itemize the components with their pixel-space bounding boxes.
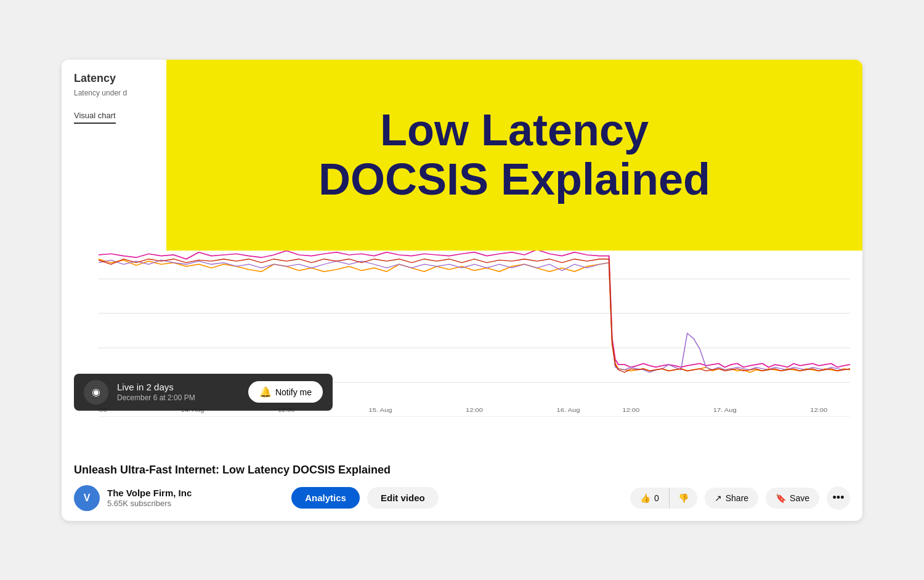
channel-avatar: V bbox=[74, 485, 100, 511]
video-thumbnail: Low Latency DOCSIS Explained bbox=[166, 60, 862, 251]
video-card: Latency Latency under d Visual chart Low… bbox=[62, 60, 862, 521]
svg-text:12:00: 12:00 bbox=[622, 406, 639, 413]
dislike-button[interactable]: 👎 bbox=[670, 488, 697, 509]
chart-left-tab[interactable]: Visual chart bbox=[74, 111, 116, 124]
share-button[interactable]: ↗ Share bbox=[705, 488, 758, 509]
edit-video-button[interactable]: Edit video bbox=[367, 487, 439, 509]
video-container: Latency Latency under d Visual chart Low… bbox=[62, 60, 862, 454]
live-info: Live in 2 days December 6 at 2:00 PM bbox=[117, 382, 240, 402]
live-time: December 6 at 2:00 PM bbox=[117, 393, 240, 402]
analytics-button[interactable]: Analytics bbox=[291, 487, 360, 509]
live-banner: ◉ Live in 2 days December 6 at 2:00 PM 🔔… bbox=[74, 374, 333, 411]
ellipsis-icon: ••• bbox=[833, 491, 845, 504]
live-title: Live in 2 days bbox=[117, 382, 240, 392]
svg-text:16. Aug: 16. Aug bbox=[557, 406, 580, 413]
channel-subscribers: 5.65K subscribers bbox=[107, 499, 284, 508]
svg-text:15. Aug: 15. Aug bbox=[369, 406, 392, 413]
thumbs-up-icon: 👍 bbox=[640, 493, 650, 503]
channel-info: The Volpe Firm, Inc 5.65K subscribers bbox=[107, 488, 284, 508]
channel-row: V The Volpe Firm, Inc 5.65K subscribers … bbox=[74, 485, 850, 521]
video-info: Unleash Ultra-Fast Internet: Low Latency… bbox=[62, 454, 862, 521]
more-options-button[interactable]: ••• bbox=[827, 486, 850, 510]
like-count: 0 bbox=[654, 493, 659, 503]
thumbnail-text: Low Latency DOCSIS Explained bbox=[306, 94, 723, 215]
svg-text:17. Aug: 17. Aug bbox=[713, 406, 737, 413]
chart-left-subtitle: Latency under d bbox=[74, 89, 154, 97]
video-title: Unleash Ultra-Fast Internet: Low Latency… bbox=[74, 464, 850, 477]
svg-text:12:00: 12:00 bbox=[466, 406, 483, 413]
bookmark-icon: 🔖 bbox=[776, 493, 786, 503]
chart-left-panel: Latency Latency under d Visual chart bbox=[62, 60, 166, 251]
chart-left-title: Latency bbox=[74, 72, 154, 85]
svg-text:12:00: 12:00 bbox=[810, 406, 827, 413]
share-icon: ↗ bbox=[715, 493, 722, 503]
like-button[interactable]: 👍 0 bbox=[630, 488, 670, 509]
channel-name[interactable]: The Volpe Firm, Inc bbox=[107, 488, 284, 498]
save-button[interactable]: 🔖 Save bbox=[766, 488, 819, 509]
notify-button[interactable]: 🔔 Notify me bbox=[248, 381, 323, 403]
thumbs-down-icon: 👎 bbox=[678, 493, 689, 503]
bell-icon: 🔔 bbox=[259, 386, 272, 398]
live-broadcast-icon: ◉ bbox=[84, 380, 108, 405]
